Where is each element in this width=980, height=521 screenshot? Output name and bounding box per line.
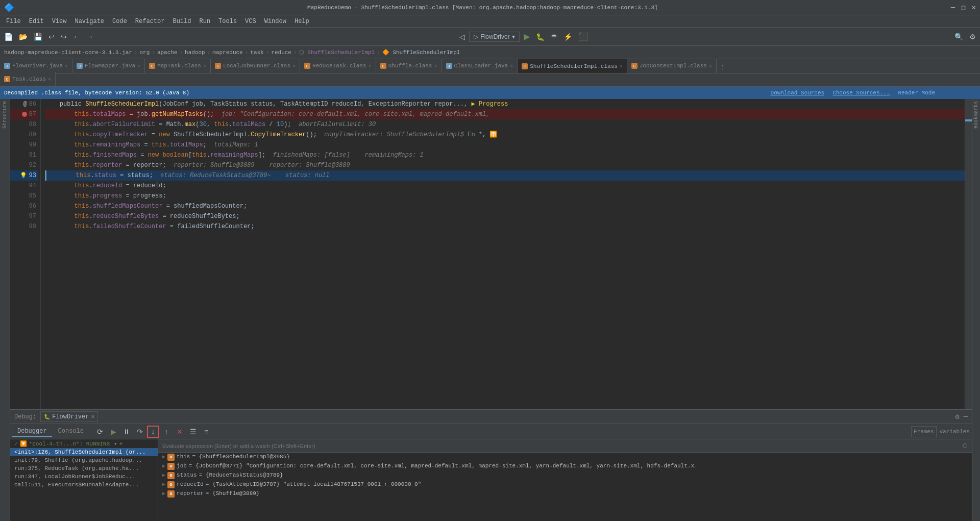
thread-pool-running[interactable]: ✓ 🔽 *pool-4-th...n*: RUNNING ▾ + <box>10 439 158 448</box>
menu-build[interactable]: Build <box>168 17 195 26</box>
breadcrumb-reduce[interactable]: reduce <box>271 49 291 56</box>
stop-button[interactable]: ⬛ <box>576 31 591 42</box>
tab-close-classloader[interactable]: ✕ <box>510 63 513 69</box>
tab-flowmapper[interactable]: J FlowMapper.java ✕ <box>72 59 145 73</box>
menu-run[interactable]: Run <box>195 17 214 26</box>
menu-edit[interactable]: Edit <box>25 17 48 26</box>
tab-flowdriver[interactable]: J FlowDriver.java ✕ <box>0 59 72 73</box>
menu-window[interactable]: Window <box>260 17 290 26</box>
breadcrumb-org[interactable]: org <box>139 49 150 56</box>
step-into-button[interactable]: ↓ <box>147 426 159 438</box>
var-this[interactable]: ▶ o this = {ShuffleSchedulerImpl@3985} <box>158 453 972 462</box>
expression-input[interactable] <box>162 443 963 449</box>
sidebar-structure[interactable]: Structure <box>2 101 8 129</box>
expr-expand-icon[interactable]: ⬡ <box>963 442 968 449</box>
menu-tools[interactable]: Tools <box>214 17 241 26</box>
tab-close-shufflescheduler[interactable]: ✕ <box>620 63 623 69</box>
breadcrumb-jar[interactable]: hadoop-mapreduce-client-core-3.1.3.jar <box>4 49 132 56</box>
rerun-button[interactable]: ⟳ <box>94 426 106 438</box>
frame-executors[interactable]: call:511, Executors$RunnableAdapte... <box>10 481 158 489</box>
titlebar-controls[interactable]: — ❐ ✕ <box>951 3 976 12</box>
tab-close-flowmapper[interactable]: ✕ <box>137 63 140 69</box>
step-out-button[interactable]: ↑ <box>160 426 173 438</box>
reader-mode-button[interactable]: Reader Mode <box>898 90 935 96</box>
tab-maptask[interactable]: C MapTask.class ✕ <box>145 59 211 73</box>
mute-breakpoints-button[interactable]: ≡ <box>200 426 212 438</box>
close-button[interactable]: ✕ <box>972 3 976 12</box>
tab-more-button[interactable]: ⋮ <box>717 62 728 73</box>
add-watch-icon[interactable]: + <box>119 441 123 447</box>
tab-localjobrunner[interactable]: C LocalJobRunner.class ✕ <box>211 59 300 73</box>
run-config-selector[interactable]: ▷ FlowDriver ▾ <box>469 32 519 42</box>
expand-icon[interactable]: ▶ <box>162 472 165 478</box>
expand-icon[interactable]: ▶ <box>162 490 165 497</box>
debug-run-button[interactable]: 🐛 <box>534 32 547 42</box>
breadcrumb-shuffle-impl[interactable]: ⬡ ShuffleSchedulerImpl <box>299 49 375 56</box>
run-button[interactable]: ▶ <box>522 31 532 42</box>
tab-debugger[interactable]: Debugger <box>12 427 52 437</box>
breadcrumb-apache[interactable]: apache <box>157 49 178 56</box>
breadcrumb-mapreduce[interactable]: mapreduce <box>212 49 242 56</box>
redo-button[interactable]: ↪ <box>59 32 69 42</box>
tab-close-localjobrunner[interactable]: ✕ <box>292 63 296 69</box>
bookmarks-icon[interactable]: Bookmarks <box>973 101 979 129</box>
tab-close-task[interactable]: ✕ <box>48 76 51 82</box>
coverage-button[interactable]: ☂ <box>549 32 559 42</box>
tab-console[interactable]: Console <box>53 427 89 437</box>
tab-close-reducetask[interactable]: ✕ <box>369 63 372 69</box>
tab-reducetask[interactable]: C ReduceTask.class ✕ <box>300 59 376 73</box>
breadcrumb-task[interactable]: task <box>250 49 263 56</box>
pause-button[interactable]: ⏸ <box>120 426 133 438</box>
expand-icon[interactable]: ▶ <box>162 481 165 487</box>
download-sources-link[interactable]: Download Sources <box>771 90 825 96</box>
menu-file[interactable]: File <box>2 17 25 26</box>
stop-debug-button[interactable]: ✕ <box>174 426 186 438</box>
tab-shuffle[interactable]: C Shuffle.class ✕ <box>376 59 442 73</box>
tab-task[interactable]: C Task.class ✕ <box>0 72 56 86</box>
tab-close-shuffle[interactable]: ✕ <box>434 63 437 69</box>
frame-reducetask-run[interactable]: run:375, ReduceTask (org.apache.ha... <box>10 464 158 473</box>
menu-help[interactable]: Help <box>290 17 313 26</box>
forward-button[interactable]: → <box>84 32 95 42</box>
var-reduceid[interactable]: ▶ o reduceId = {TaskAttemptID@3787} "att… <box>158 480 972 489</box>
var-reporter[interactable]: ▶ o reporter = {Shuffle@3889} <box>158 489 972 499</box>
debug-settings-icon[interactable]: ⚙ <box>955 412 959 421</box>
frame-shuffle-init[interactable]: init:79, Shuffle (org.apache.hadoop... <box>10 456 158 464</box>
nav-back[interactable]: ◁ <box>457 32 467 42</box>
menu-navigate[interactable]: Navigate <box>70 17 108 26</box>
menu-vcs[interactable]: VCS <box>241 17 260 26</box>
breadcrumb-shuffle-class[interactable]: 🔶 ShuffleSchedulerImpl <box>382 49 460 56</box>
tab-close-flowdriver[interactable]: ✕ <box>65 63 68 69</box>
search-button[interactable]: 🔍 <box>952 32 965 42</box>
resume-button[interactable]: ▶ <box>107 426 119 438</box>
var-status[interactable]: ▶ o status = {ReduceTaskStatus@3789} <box>158 471 972 480</box>
tab-classloader[interactable]: J ClassLoader.java ✕ <box>442 59 518 73</box>
profile-button[interactable]: ⚡ <box>561 32 574 42</box>
filter-icon[interactable]: ▾ <box>114 440 117 447</box>
frame-init[interactable]: <init>:126, ShuffleSchedulerImpl (or... <box>10 448 158 456</box>
tab-shufflescheduler[interactable]: C ShuffleSchedulerImpl.class ✕ <box>518 59 627 73</box>
tab-close-jobcontextimpl[interactable]: ✕ <box>709 63 712 69</box>
expand-icon[interactable]: ▶ <box>162 463 165 469</box>
breakpoint-87[interactable] <box>22 112 27 117</box>
frame-localjobrunner[interactable]: run:347, LocalJobRunner$Job$Reduc... <box>10 473 158 481</box>
view-breakpoints-button[interactable]: ☰ <box>187 426 199 438</box>
new-file-button[interactable]: 📄 <box>2 32 15 42</box>
debug-minimize-icon[interactable]: — <box>964 412 968 421</box>
choose-sources-link[interactable]: Choose Sources... <box>832 90 890 96</box>
undo-button[interactable]: ↩ <box>46 32 57 42</box>
debug-session[interactable]: FlowDriver <box>52 413 89 420</box>
menu-refactor[interactable]: Refactor <box>131 17 169 26</box>
expand-icon[interactable]: ▶ <box>162 454 165 460</box>
back-button[interactable]: ← <box>71 32 82 42</box>
minimize-button[interactable]: — <box>951 3 955 12</box>
breadcrumb-hadoop[interactable]: hadoop <box>185 49 205 56</box>
step-over-button[interactable]: ↷ <box>134 426 146 438</box>
menu-view[interactable]: View <box>48 17 71 26</box>
settings-icon[interactable]: ⚙ <box>967 32 978 42</box>
tab-jobcontextimpl[interactable]: C JobContextImpl.class ✕ <box>627 59 717 73</box>
var-job[interactable]: ▶ o job = {JobConf@3771} "Configuration:… <box>158 462 972 471</box>
maximize-button[interactable]: ❐ <box>961 3 965 12</box>
menu-code[interactable]: Code <box>108 17 131 26</box>
debug-session-close[interactable]: ✕ <box>91 413 94 420</box>
